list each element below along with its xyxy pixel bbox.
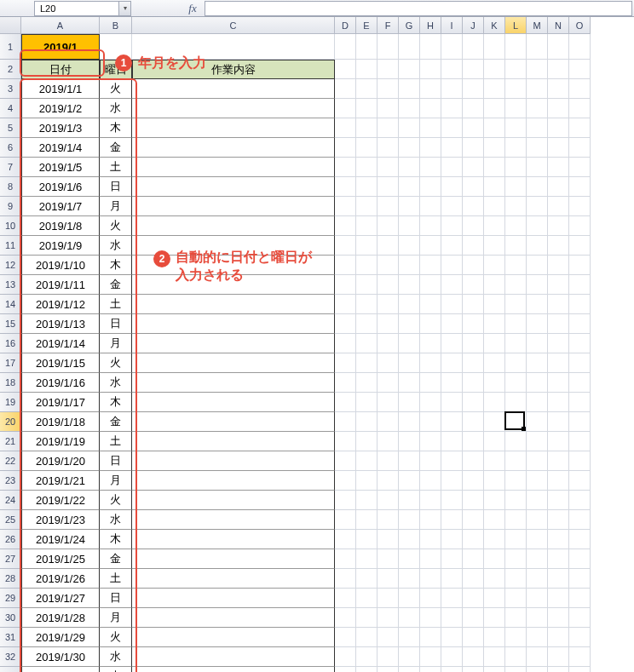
cell-F3[interactable] [378, 79, 399, 99]
cell-C21[interactable] [132, 432, 335, 451]
cell-D28[interactable] [335, 569, 356, 589]
cell-N2[interactable] [548, 60, 569, 79]
cell-H8[interactable] [420, 177, 441, 197]
cell-J17[interactable] [463, 353, 484, 373]
cell-E11[interactable] [356, 236, 378, 256]
cell-I22[interactable] [441, 451, 463, 471]
cell-N13[interactable] [548, 275, 569, 295]
cell-N31[interactable] [548, 628, 569, 647]
cell-B26[interactable]: 木 [100, 530, 132, 549]
cell-K13[interactable] [484, 275, 505, 295]
cell-I15[interactable] [441, 314, 463, 334]
cell-K20[interactable] [484, 412, 505, 432]
cell-N8[interactable] [548, 177, 569, 197]
cell-G9[interactable] [399, 197, 420, 216]
cell-C33[interactable] [132, 667, 335, 672]
cell-N11[interactable] [548, 236, 569, 256]
cell-L14[interactable] [505, 295, 527, 314]
cell-H5[interactable] [420, 118, 441, 138]
cell-H30[interactable] [420, 608, 441, 628]
cell-A29[interactable]: 2019/1/27 [21, 589, 100, 608]
cell-A5[interactable]: 2019/1/3 [21, 118, 100, 138]
row-header-4[interactable]: 4 [0, 99, 21, 118]
cell-C14[interactable] [132, 295, 335, 314]
cell-J23[interactable] [463, 471, 484, 491]
cell-N20[interactable] [548, 412, 569, 432]
cell-E21[interactable] [356, 432, 378, 451]
cell-K3[interactable] [484, 79, 505, 99]
cell-G10[interactable] [399, 216, 420, 236]
cell-I16[interactable] [441, 334, 463, 353]
cell-M32[interactable] [527, 647, 548, 667]
cell-D25[interactable] [335, 510, 356, 530]
cell-H21[interactable] [420, 432, 441, 451]
cell-K8[interactable] [484, 177, 505, 197]
cell-B8[interactable]: 日 [100, 177, 132, 197]
cell-L1[interactable] [505, 34, 527, 60]
cell-E20[interactable] [356, 412, 378, 432]
cell-C25[interactable] [132, 510, 335, 530]
cell-C8[interactable] [132, 177, 335, 197]
col-header-O[interactable]: O [569, 17, 591, 34]
cell-L18[interactable] [505, 373, 527, 393]
cell-J6[interactable] [463, 138, 484, 158]
cell-A17[interactable]: 2019/1/15 [21, 353, 100, 373]
cell-N14[interactable] [548, 295, 569, 314]
cell-J32[interactable] [463, 647, 484, 667]
cell-G13[interactable] [399, 275, 420, 295]
cell-B21[interactable]: 土 [100, 432, 132, 451]
cell-K17[interactable] [484, 353, 505, 373]
cell-M24[interactable] [527, 491, 548, 510]
cell-F2[interactable] [378, 60, 399, 79]
cell-B5[interactable]: 木 [100, 118, 132, 138]
cell-M27[interactable] [527, 549, 548, 569]
cell-D16[interactable] [335, 334, 356, 353]
cell-C13[interactable] [132, 275, 335, 295]
cell-B24[interactable]: 火 [100, 491, 132, 510]
cell-I23[interactable] [441, 471, 463, 491]
cell-G14[interactable] [399, 295, 420, 314]
cell-O24[interactable] [569, 491, 591, 510]
cell-J12[interactable] [463, 256, 484, 275]
cell-A19[interactable]: 2019/1/17 [21, 393, 100, 412]
cell-N27[interactable] [548, 549, 569, 569]
cell-B30[interactable]: 月 [100, 608, 132, 628]
cell-N15[interactable] [548, 314, 569, 334]
cell-A11[interactable]: 2019/1/9 [21, 236, 100, 256]
select-all-corner[interactable] [0, 17, 21, 34]
cell-D27[interactable] [335, 549, 356, 569]
cell-G32[interactable] [399, 647, 420, 667]
cell-B20[interactable]: 金 [100, 412, 132, 432]
cell-I30[interactable] [441, 608, 463, 628]
row-header-29[interactable]: 29 [0, 589, 21, 608]
cell-O23[interactable] [569, 471, 591, 491]
cell-E22[interactable] [356, 451, 378, 471]
row-header-5[interactable]: 5 [0, 118, 21, 138]
cell-C24[interactable] [132, 491, 335, 510]
formula-input[interactable] [205, 1, 632, 16]
cell-F7[interactable] [378, 158, 399, 177]
cell-K26[interactable] [484, 530, 505, 549]
cell-D14[interactable] [335, 295, 356, 314]
cell-M20[interactable] [527, 412, 548, 432]
cell-J9[interactable] [463, 197, 484, 216]
cell-O16[interactable] [569, 334, 591, 353]
cell-A10[interactable]: 2019/1/8 [21, 216, 100, 236]
cell-N1[interactable] [548, 34, 569, 60]
col-header-N[interactable]: N [548, 17, 569, 34]
cell-L24[interactable] [505, 491, 527, 510]
row-header-33[interactable]: 33 [0, 667, 21, 672]
cell-E1[interactable] [356, 34, 378, 60]
cell-C10[interactable] [132, 216, 335, 236]
cell-E10[interactable] [356, 216, 378, 236]
cell-I19[interactable] [441, 393, 463, 412]
cell-O11[interactable] [569, 236, 591, 256]
cell-M31[interactable] [527, 628, 548, 647]
cell-F9[interactable] [378, 197, 399, 216]
cell-D18[interactable] [335, 373, 356, 393]
cell-B3[interactable]: 火 [100, 79, 132, 99]
cell-F11[interactable] [378, 236, 399, 256]
cell-A16[interactable]: 2019/1/14 [21, 334, 100, 353]
cell-M14[interactable] [527, 295, 548, 314]
cell-D24[interactable] [335, 491, 356, 510]
